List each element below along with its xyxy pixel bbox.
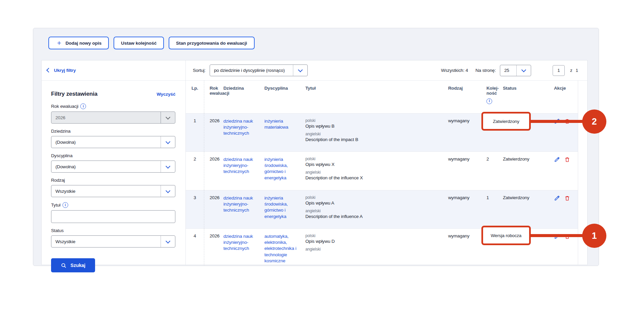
- sort-label: Sortuj:: [193, 68, 206, 73]
- cell-lp: 1: [186, 114, 204, 151]
- cell-tytul: polski Opis wpływu A angielski Descripti…: [305, 190, 448, 228]
- evaluation-readiness-label: Stan przygotowania do ewaluacji: [176, 41, 247, 46]
- table-header-row: Lp. Rok ewaluacji Dziedzina Dyscyplina T…: [186, 81, 578, 114]
- header-akcje: Akcje: [553, 81, 578, 113]
- dziedzina-link[interactable]: dziedzina nauk inżynieryjno-technicznych: [223, 195, 253, 213]
- annotation-callout-2: 2: [582, 109, 606, 134]
- status-label: Status: [51, 228, 175, 233]
- cell-status: Zatwierdzony: [503, 190, 553, 228]
- dyscyplina-link[interactable]: inżynieria środowiska, górnictwo i energ…: [264, 195, 288, 219]
- header-kolejnosc: Kolej- ność i: [484, 81, 503, 113]
- chevron-down-icon: [521, 68, 526, 72]
- cell-lp: 3: [186, 190, 204, 228]
- cell-rok: 2026: [204, 152, 223, 190]
- header-dyscyplina: Dyscyplina: [264, 81, 305, 113]
- page-number-input[interactable]: 1: [553, 65, 565, 76]
- dziedzina-link[interactable]: dziedzina nauk inżynieryjno-technicznych: [223, 157, 253, 174]
- chevron-left-icon: [46, 68, 51, 73]
- set-order-button[interactable]: Ustaw kolejność: [114, 37, 164, 49]
- edit-icon[interactable]: [554, 156, 560, 163]
- clear-filters-link[interactable]: Wyczyść: [157, 92, 175, 97]
- header-status: Status: [503, 81, 553, 113]
- info-icon[interactable]: i: [80, 103, 86, 109]
- cell-lp: 2: [186, 152, 204, 190]
- info-icon[interactable]: i: [486, 98, 492, 104]
- cell-kolejnosc: 2: [484, 152, 503, 190]
- add-new-description-button[interactable]: ＋ Dodaj nowy opis: [48, 37, 109, 49]
- chevron-down-icon: [166, 115, 170, 119]
- status-value: Wersja robocza: [491, 233, 521, 238]
- cell-status: Zatwierdzony: [503, 152, 553, 190]
- set-order-label: Ustaw kolejność: [121, 41, 157, 46]
- dyscyplina-link[interactable]: automatyka, elektronika, elektrotechnika…: [264, 234, 296, 263]
- chevron-down-icon: [166, 139, 170, 144]
- rok-ewaluacji-select: 2026: [51, 111, 175, 124]
- cell-lp: 4: [186, 229, 204, 265]
- dyscyplina-label: Dyscyplina: [51, 153, 175, 158]
- page: ＋ Dodaj nowy opis Ustaw kolejność Stan p…: [0, 0, 644, 313]
- table-row: 2 2026 dziedzina nauk inżynieryjno-techn…: [186, 152, 578, 190]
- dziedzina-label: Dziedzina: [51, 129, 175, 134]
- dziedzina-link[interactable]: dziedzina nauk inżynieryjno-technicznych: [223, 119, 253, 136]
- total-count: Wszystkich: 4: [441, 68, 468, 73]
- table-row: 3 2026 dziedzina nauk inżynieryjno-techn…: [186, 190, 578, 229]
- tytul-label: Tytuł i: [51, 202, 175, 208]
- cell-rodzaj: wymagany: [448, 229, 484, 265]
- dziedzina-select[interactable]: (Dowolna): [51, 136, 175, 148]
- dziedzina-link[interactable]: dziedzina nauk inżynieryjno-technicznych: [223, 234, 253, 251]
- tytul-input[interactable]: [51, 210, 175, 223]
- add-new-description-label: Dodaj nowy opis: [66, 41, 101, 46]
- cell-tytul: polski Opis wpływu B angielski Descripti…: [305, 114, 448, 151]
- dyscyplina-link[interactable]: inżynieria materiałowa: [264, 119, 288, 130]
- cell-rodzaj: wymagany: [448, 152, 484, 190]
- cell-rodzaj: wymagany: [448, 114, 484, 151]
- filters-sidebar: Ukryj filtry Filtry zestawienia Wyczyść …: [42, 60, 186, 265]
- sort-select[interactable]: po dziedzinie i dyscyplinie (rosnąco): [210, 64, 308, 76]
- filters-title: Filtry zestawienia: [51, 91, 97, 97]
- chevron-down-icon: [298, 68, 303, 72]
- status-value: Zatwierdzony: [493, 119, 519, 124]
- search-button[interactable]: Szukaj: [51, 258, 95, 272]
- edit-icon[interactable]: [554, 195, 560, 201]
- chevron-down-icon: [166, 238, 170, 243]
- header-tytul: Tytuł: [305, 81, 448, 113]
- cell-rok: 2026: [204, 114, 223, 151]
- annotation-callout-1: 1: [582, 224, 606, 248]
- annotation-box-status-row1: Zatwierdzony: [481, 112, 531, 131]
- annotation-connector: [529, 234, 583, 237]
- chevron-down-icon: [166, 188, 170, 193]
- per-page-label: Na stronę:: [475, 68, 496, 73]
- annotation-box-status-row4: Wersja robocza: [481, 226, 531, 245]
- delete-icon[interactable]: [564, 156, 570, 163]
- list-toolbar: Sortuj: po dziedzinie i dyscyplinie (ros…: [186, 60, 587, 81]
- cell-tytul: polski Opis wpływu X angielski Descripti…: [305, 152, 448, 190]
- header-dziedzina: Dziedzina: [223, 81, 264, 113]
- header-rodzaj: Rodzaj: [448, 81, 484, 113]
- rok-ewaluacji-label: Rok ewaluacji i: [51, 103, 175, 109]
- per-page-select[interactable]: 25: [500, 65, 531, 76]
- search-icon: [61, 263, 67, 268]
- rodzaj-select[interactable]: Wszystkie: [51, 185, 175, 197]
- top-button-row: ＋ Dodaj nowy opis Ustaw kolejność Stan p…: [48, 37, 255, 49]
- cell-rok: 2026: [204, 229, 223, 265]
- annotation-connector: [529, 120, 583, 123]
- info-icon[interactable]: i: [62, 202, 68, 208]
- header-lp: Lp.: [186, 81, 204, 113]
- status-select[interactable]: Wszystkie: [51, 235, 175, 248]
- dyscyplina-link[interactable]: inżynieria środowiska, górnictwo i energ…: [264, 157, 288, 180]
- plus-icon: ＋: [56, 39, 62, 46]
- header-rok-ewaluacji: Rok ewaluacji: [204, 81, 223, 113]
- cell-rok: 2026: [204, 190, 223, 228]
- hide-filters-link[interactable]: Ukryj filtry: [47, 68, 76, 73]
- dyscyplina-select[interactable]: (Dowolna): [51, 161, 175, 173]
- page-of-label: z 1: [570, 68, 579, 73]
- chevron-down-icon: [166, 164, 170, 168]
- rodzaj-label: Rodzaj: [51, 178, 175, 183]
- delete-icon[interactable]: [564, 195, 570, 201]
- cell-tytul: polski Opis wpływu D angielski: [305, 229, 448, 265]
- cell-kolejnosc: 1: [484, 190, 503, 228]
- evaluation-readiness-button[interactable]: Stan przygotowania do ewaluacji: [169, 37, 255, 49]
- cell-rodzaj: wymagany: [448, 190, 484, 228]
